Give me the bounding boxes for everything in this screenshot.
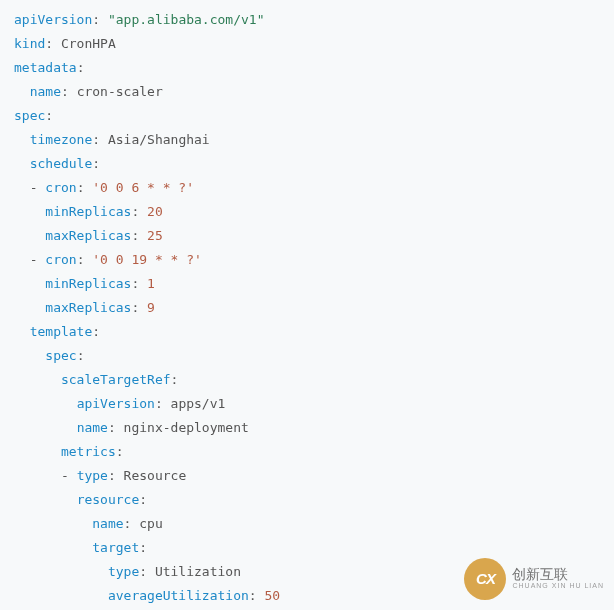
watermark-subtext: CHUANG XIN HU LIAN (512, 581, 604, 591)
key-template: template (30, 324, 93, 339)
key-scaleTargetRef: scaleTargetRef (61, 372, 171, 387)
val-resourceName: cpu (139, 516, 162, 531)
key-target: target (92, 540, 139, 555)
val-kind: CronHPA (61, 36, 116, 51)
val-name: cron-scaler (77, 84, 163, 99)
key-apiVersion: apiVersion (14, 12, 92, 27)
val-cron1: '0 0 6 * * ?' (92, 180, 194, 195)
key-spec: spec (45, 348, 76, 363)
val-min2: 1 (147, 276, 155, 291)
key-name: name (30, 84, 61, 99)
key-cron: cron (45, 252, 76, 267)
val-avgUtil: 50 (264, 588, 280, 603)
watermark: CX 创新互联 CHUANG XIN HU LIAN (464, 558, 604, 600)
key-maxReplicas: maxReplicas (45, 228, 131, 243)
val-apiVersion: "app.alibaba.com/v1" (108, 12, 265, 27)
key-minReplicas: minReplicas (45, 276, 131, 291)
val-starName: nginx-deployment (124, 420, 249, 435)
key-maxReplicas: maxReplicas (45, 300, 131, 315)
yaml-code-block: apiVersion: "app.alibaba.com/v1" kind: C… (0, 0, 614, 610)
watermark-text: 创新互联 (512, 567, 604, 581)
key-timezone: timezone (30, 132, 93, 147)
key-cron: cron (45, 180, 76, 195)
val-max1: 25 (147, 228, 163, 243)
val-targetType: Utilization (155, 564, 241, 579)
val-metricType: Resource (124, 468, 187, 483)
val-timezone: Asia/Shanghai (108, 132, 210, 147)
key-type: type (77, 468, 108, 483)
val-starApiVersion: apps/v1 (171, 396, 226, 411)
key-metadata: metadata (14, 60, 77, 75)
val-max2: 9 (147, 300, 155, 315)
key-averageUtilization: averageUtilization (108, 588, 249, 603)
key-apiVersion: apiVersion (77, 396, 155, 411)
val-cron2: '0 0 19 * * ?' (92, 252, 202, 267)
key-name: name (77, 420, 108, 435)
watermark-icon: CX (464, 558, 506, 600)
key-schedule: schedule (30, 156, 93, 171)
key-minReplicas: minReplicas (45, 204, 131, 219)
key-type: type (108, 564, 139, 579)
val-min1: 20 (147, 204, 163, 219)
key-resource: resource (77, 492, 140, 507)
key-kind: kind (14, 36, 45, 51)
key-metrics: metrics (61, 444, 116, 459)
key-spec: spec (14, 108, 45, 123)
key-name: name (92, 516, 123, 531)
